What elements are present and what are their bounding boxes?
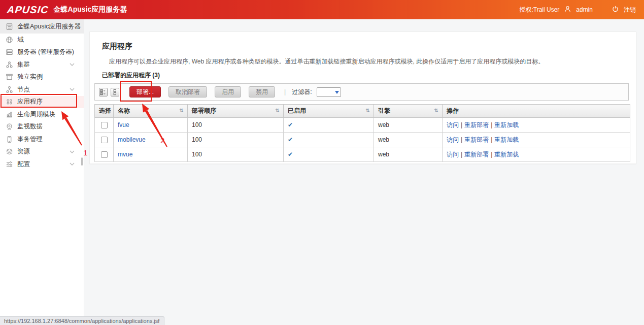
sort-icon[interactable]: ⇅ (276, 108, 280, 113)
redeploy-link[interactable]: 重新部署 (464, 151, 489, 158)
undeploy-button[interactable]: 取消部署 (168, 86, 207, 98)
deploy-button[interactable]: 部署... (129, 86, 161, 98)
transaction-icon (6, 136, 13, 143)
sort-icon[interactable]: ⇅ (366, 108, 370, 113)
visit-link[interactable]: 访问 (447, 136, 459, 143)
license-label: 授权:Trail User (519, 6, 559, 14)
select-all-button[interactable] (99, 88, 108, 96)
apps-icon (6, 98, 13, 106)
page-title: 应用程序 (102, 42, 636, 50)
main-area: 应用程序 应用程序可以是企业应用程序, Web 应用程序或各种类型的模块。通过单… (84, 19, 644, 325)
monitor-icon (6, 123, 13, 131)
visit-link[interactable]: 访问 (447, 121, 459, 128)
engine-cell: web (374, 147, 443, 162)
document-icon (6, 23, 13, 30)
deselect-all-button[interactable] (111, 88, 119, 96)
server-icon (6, 48, 13, 56)
disable-button[interactable]: 禁用 (249, 86, 275, 98)
row-checkbox[interactable] (101, 122, 108, 128)
col-header-name[interactable]: 名称⇅ (114, 105, 188, 118)
enabled-check-icon: ✔ (288, 136, 293, 143)
sidebar-item-server-root[interactable]: 金蝶Apusic应用服务器 (0, 19, 84, 34)
sidebar-item-monitoring-data[interactable]: 监视数据 (0, 121, 84, 134)
table-toolbar: 部署... 取消部署 启用 禁用 | 过滤器: (94, 83, 629, 101)
content-panel: 应用程序 应用程序可以是企业应用程序, Web 应用程序或各种类型的模块。通过单… (89, 31, 636, 164)
reload-link[interactable]: 重新加载 (494, 136, 519, 143)
table-row: mvue 100 ✔ web 访问|重新部署|重新加载 (95, 147, 630, 162)
apusic-logo: APUSIC (7, 4, 49, 16)
redeploy-link[interactable]: 重新部署 (464, 136, 489, 143)
col-header-order[interactable]: 部署顺序⇅ (188, 105, 284, 118)
enabled-check-icon: ✔ (288, 121, 293, 128)
sidebar-scrollbar[interactable] (81, 157, 83, 166)
table-header-row: 选择 名称⇅ 部署顺序⇅ 已启用⇅ 引擎⇅ 操作 (95, 105, 630, 118)
col-header-engine[interactable]: 引擎⇅ (374, 105, 443, 118)
filter-select[interactable] (317, 87, 341, 97)
chart-icon (6, 111, 13, 118)
col-header-select: 选择 (95, 105, 114, 118)
engine-cell: web (374, 133, 443, 147)
username[interactable]: admin (576, 6, 593, 13)
toolbar-separator: | (284, 88, 286, 95)
col-header-actions: 操作 (443, 105, 630, 118)
chevron-down-icon[interactable] (70, 63, 75, 66)
row-checkbox[interactable] (101, 151, 108, 158)
enable-button[interactable]: 启用 (215, 86, 241, 98)
redeploy-link[interactable]: 重新部署 (464, 121, 489, 128)
col-header-enabled[interactable]: 已启用⇅ (284, 105, 374, 118)
deselect-all-icon (112, 89, 118, 95)
sidebar-item-standalone-instances[interactable]: 独立实例 (0, 71, 84, 84)
app-name-link[interactable]: mobilevue (118, 136, 146, 143)
visit-link[interactable]: 访问 (447, 151, 459, 158)
app-name-link[interactable]: fvue (118, 121, 129, 128)
reload-link[interactable]: 重新加载 (494, 151, 519, 158)
sidebar-item-applications[interactable]: 应用程序 (0, 96, 84, 109)
app-name-link[interactable]: mvue (118, 151, 132, 158)
sidebar-item-clusters[interactable]: 集群 (0, 58, 84, 71)
globe-icon (6, 36, 13, 44)
app-header: APUSIC 金蝶Apusic应用服务器 授权:Trail User admin… (0, 0, 644, 19)
table-row: mobilevue 100 ✔ web 访问|重新部署|重新加载 (95, 133, 630, 147)
sidebar-item-transaction-management[interactable]: 事务管理 (0, 133, 84, 146)
power-icon[interactable] (612, 6, 619, 14)
chevron-down-icon[interactable] (70, 162, 75, 166)
status-url-bar: https://192.168.1.27:6848/common/applica… (0, 316, 164, 325)
sort-icon[interactable]: ⇅ (180, 108, 184, 113)
sidebar-item-lifecycle-modules[interactable]: 生命周期模块 (0, 108, 84, 121)
sidebar-item-servers[interactable]: 服务器 (管理服务器) (0, 46, 84, 59)
sidebar-item-configuration[interactable]: 配置 (0, 158, 84, 171)
node-icon (6, 86, 13, 93)
row-checkbox[interactable] (101, 137, 108, 143)
select-all-icon (100, 89, 107, 95)
deployed-apps-table: 选择 名称⇅ 部署顺序⇅ 已启用⇅ 引擎⇅ 操作 fvue 100 ✔ web … (94, 104, 630, 162)
app-title: 金蝶Apusic应用服务器 (54, 5, 127, 14)
deploy-order-cell: 100 (188, 133, 284, 147)
instance-icon (6, 73, 13, 81)
filter-label: 过滤器: (292, 88, 312, 96)
sidebar: 金蝶Apusic应用服务器 域 服务器 (管理服务器) 集群 独立实例 节点 应… (0, 19, 84, 325)
resource-icon (6, 148, 13, 155)
sidebar-item-nodes[interactable]: 节点 (0, 83, 84, 96)
deployed-apps-section-title: 已部署的应用程序 (3) (102, 72, 636, 79)
table-row: fvue 100 ✔ web 访问|重新部署|重新加载 (95, 118, 630, 133)
sidebar-item-domain[interactable]: 域 (0, 34, 84, 46)
chevron-down-icon[interactable] (70, 150, 75, 153)
chevron-down-icon[interactable] (70, 88, 75, 91)
cluster-icon (6, 61, 13, 69)
page-description: 应用程序可以是企业应用程序, Web 应用程序或各种类型的模块。通过单击重新加载… (109, 58, 624, 65)
engine-cell: web (374, 118, 443, 133)
deploy-order-cell: 100 (188, 118, 284, 133)
deploy-order-cell: 100 (188, 147, 284, 162)
user-icon (564, 6, 571, 14)
config-icon (6, 160, 13, 168)
sidebar-item-resources[interactable]: 资源 (0, 146, 84, 158)
enabled-check-icon: ✔ (288, 151, 293, 158)
reload-link[interactable]: 重新加载 (494, 121, 519, 128)
chevron-down-icon (335, 91, 339, 94)
logout-link[interactable]: 注销 (624, 6, 636, 14)
sort-icon[interactable]: ⇅ (434, 108, 438, 113)
